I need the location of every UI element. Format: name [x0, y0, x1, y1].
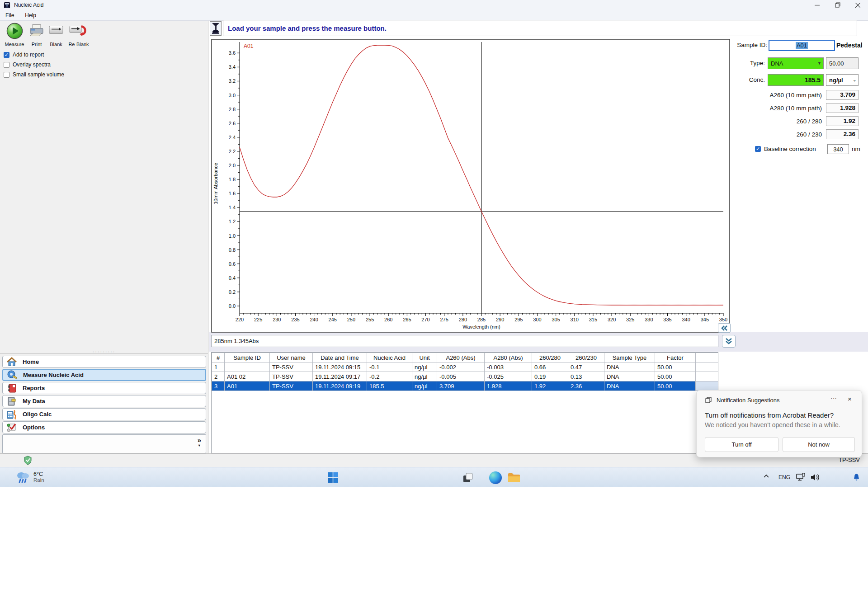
- not-now-button[interactable]: Not now: [783, 437, 855, 452]
- conc-field[interactable]: 185.5: [768, 74, 824, 86]
- table-cell[interactable]: [225, 362, 270, 372]
- notification-grid-icon: [705, 396, 712, 404]
- table-cell[interactable]: 0.47: [568, 362, 604, 372]
- more-options-icon[interactable]: ···: [830, 394, 837, 401]
- close-icon[interactable]: ×: [848, 395, 852, 403]
- col-factor[interactable]: Factor: [655, 353, 696, 362]
- table-cell[interactable]: 2: [212, 372, 225, 381]
- spectrum-chart[interactable]: 2202252302352402452502552602652702752802…: [211, 39, 731, 333]
- table-cell[interactable]: 3.709: [437, 381, 485, 391]
- table-cell[interactable]: TP-SSV: [270, 372, 313, 381]
- table-cell[interactable]: -0.1: [367, 362, 412, 372]
- table-cell[interactable]: DNA: [604, 372, 655, 381]
- col-a260[interactable]: A260 (Abs): [437, 353, 485, 362]
- col-260-280[interactable]: 260/280: [532, 353, 568, 362]
- start-button[interactable]: [328, 472, 338, 483]
- sidebar-item-home[interactable]: Home: [2, 356, 206, 368]
- table-cell[interactable]: 50.00: [655, 372, 696, 381]
- col-sample-id[interactable]: Sample ID: [225, 353, 270, 362]
- print-button[interactable]: Print: [26, 23, 47, 47]
- tray-overflow-button[interactable]: [763, 474, 769, 478]
- svg-text:3.4: 3.4: [229, 64, 236, 70]
- table-cell[interactable]: 1.928: [485, 381, 532, 391]
- col-num[interactable]: #: [212, 353, 225, 362]
- volume-button[interactable]: [810, 473, 820, 482]
- table-cell[interactable]: DNA: [604, 362, 655, 372]
- table-cell[interactable]: 185.5: [367, 381, 412, 391]
- svg-text:350: 350: [719, 317, 727, 322]
- table-cell[interactable]: 2.36: [568, 381, 604, 391]
- table-cell[interactable]: ng/µl: [412, 372, 437, 381]
- table-cell[interactable]: -0.005: [437, 372, 485, 381]
- minimize-button[interactable]: [807, 0, 827, 10]
- col-nucleic-acid[interactable]: Nucleic Acid: [367, 353, 412, 362]
- language-indicator[interactable]: ENG: [778, 474, 790, 480]
- table-cell[interactable]: 0.19: [532, 372, 568, 381]
- sidebar-item-reports[interactable]: Reports: [2, 382, 206, 394]
- col-date-time[interactable]: Date and Time: [313, 353, 367, 362]
- reblank-button[interactable]: Re-Blank: [67, 23, 90, 47]
- sample-id-input[interactable]: A01: [769, 40, 835, 51]
- table-row[interactable]: 1TP-SSV19.11.2024 09:15-0.1ng/µl-0.002-0…: [212, 362, 719, 372]
- results-table[interactable]: # Sample ID User name Date and Time Nucl…: [212, 353, 718, 391]
- table-cell[interactable]: -0.003: [485, 362, 532, 372]
- table-cell[interactable]: 3: [212, 381, 225, 391]
- blank-button[interactable]: Blank: [47, 23, 65, 47]
- col-260-230[interactable]: 260/230: [568, 353, 604, 362]
- sidebar-collapse-bar[interactable]: »▾: [2, 434, 206, 453]
- add-to-report-checkbox[interactable]: Add to report: [4, 52, 44, 58]
- edge-browser-button[interactable]: [489, 471, 502, 484]
- sidebar-item-options[interactable]: Options: [2, 421, 206, 433]
- table-cell[interactable]: 1.92: [532, 381, 568, 391]
- col-filler: [696, 353, 719, 362]
- table-cell[interactable]: 50.00: [655, 381, 696, 391]
- baseline-correction-checkbox[interactable]: Baseline correction: [755, 146, 816, 152]
- overlay-spectra-checkbox[interactable]: Overlay spectra: [4, 61, 51, 68]
- close-button[interactable]: [848, 0, 868, 10]
- table-cell[interactable]: DNA: [604, 381, 655, 391]
- table-row[interactable]: 3A01TP-SSV19.11.2024 09:19185.5ng/µl3.70…: [212, 381, 719, 391]
- file-explorer-button[interactable]: [507, 471, 521, 484]
- col-sample-type[interactable]: Sample Type: [604, 353, 655, 362]
- notification-popup: Notification Suggestions ··· × Turn off …: [696, 390, 862, 457]
- table-cell[interactable]: 0.13: [568, 372, 604, 381]
- notification-center-button[interactable]: [853, 473, 860, 481]
- table-cell[interactable]: 19.11.2024 09:19: [313, 381, 367, 391]
- menu-help[interactable]: Help: [19, 12, 42, 19]
- table-cell[interactable]: 0.66: [532, 362, 568, 372]
- sidebar-item-oligo-calc[interactable]: Oligo Calc: [2, 408, 206, 420]
- conc-unit-dropdown[interactable]: ng/µl ⌄: [826, 74, 859, 86]
- sidebar-item-my-data[interactable]: My Data: [2, 395, 206, 407]
- type-factor-field[interactable]: 50.00: [826, 57, 859, 69]
- table-cell[interactable]: 19.11.2024 09:17: [313, 372, 367, 381]
- type-dropdown[interactable]: DNA ▼: [768, 57, 824, 69]
- table-expand-button[interactable]: [722, 335, 736, 348]
- table-cell[interactable]: TP-SSV: [270, 362, 313, 372]
- table-cell[interactable]: A01: [225, 381, 270, 391]
- network-button[interactable]: [796, 473, 806, 482]
- table-row[interactable]: 2A01 02TP-SSV19.11.2024 09:17-0.2ng/µl-0…: [212, 372, 719, 381]
- table-cell[interactable]: ng/µl: [412, 362, 437, 372]
- task-view-button[interactable]: [462, 472, 473, 483]
- table-cell[interactable]: A01 02: [225, 372, 270, 381]
- table-cell[interactable]: -0.2: [367, 372, 412, 381]
- table-cell[interactable]: -0.025: [485, 372, 532, 381]
- baseline-wavelength-input[interactable]: 340: [827, 144, 849, 154]
- sidebar-item-measure-nucleic-acid[interactable]: Measure Nucleic Acid: [2, 369, 206, 381]
- table-cell[interactable]: -0.002: [437, 362, 485, 372]
- col-a280[interactable]: A280 (Abs): [485, 353, 532, 362]
- col-user-name[interactable]: User name: [270, 353, 313, 362]
- col-unit[interactable]: Unit: [412, 353, 437, 362]
- turn-off-button[interactable]: Turn off: [705, 437, 778, 452]
- table-cell[interactable]: 19.11.2024 09:15: [313, 362, 367, 372]
- chart-collapse-button[interactable]: [718, 323, 731, 333]
- weather-widget[interactable]: 6°C Rain: [15, 469, 44, 485]
- table-cell[interactable]: ng/µl: [412, 381, 437, 391]
- restore-button[interactable]: [827, 0, 848, 10]
- table-cell[interactable]: TP-SSV: [270, 381, 313, 391]
- small-sample-volume-checkbox[interactable]: Small sample volume: [4, 71, 64, 78]
- menu-file[interactable]: File: [0, 12, 19, 19]
- measure-button[interactable]: Measure: [3, 23, 26, 47]
- table-cell[interactable]: 50.00: [655, 362, 696, 372]
- table-cell[interactable]: 1: [212, 362, 225, 372]
